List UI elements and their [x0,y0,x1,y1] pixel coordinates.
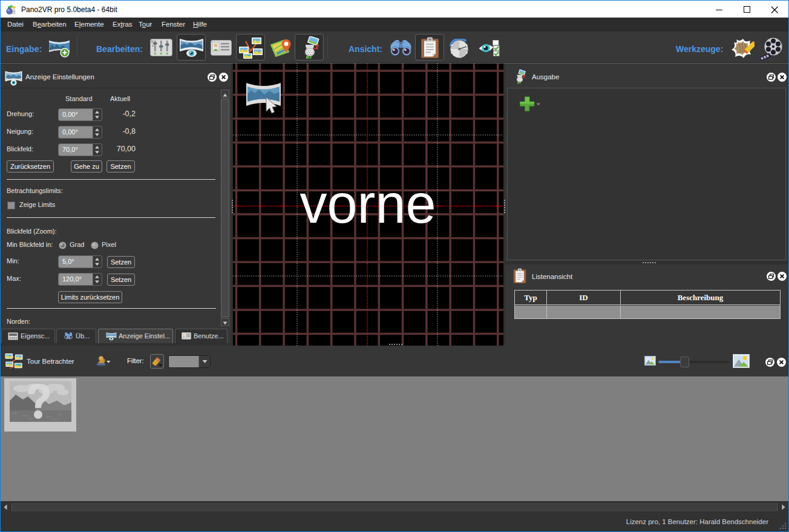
svg-text:vorne: vorne [300,174,436,234]
